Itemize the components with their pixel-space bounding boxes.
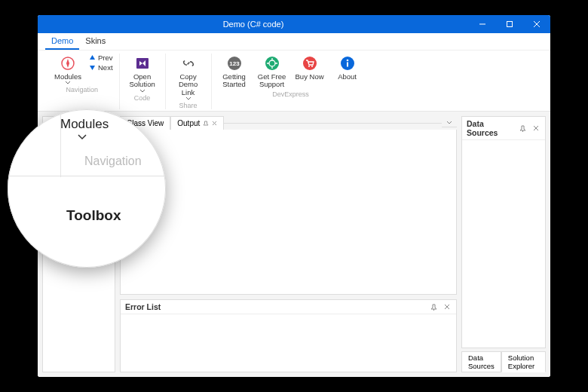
- ribbon: Modules Prev Next Navigation Open Soluti…: [38, 51, 550, 112]
- getting-started-button[interactable]: 123 Getting Started: [218, 54, 251, 89]
- ribbon-group-navigation: Modules Prev Next Navigation: [45, 54, 120, 109]
- getting-started-label: Getting Started: [218, 73, 251, 89]
- cart-icon: [302, 55, 318, 72]
- link-icon: [180, 55, 197, 72]
- svg-point-11: [311, 66, 313, 67]
- group-label-devexpress: DevExpress: [272, 90, 309, 98]
- about-label: About: [338, 73, 357, 81]
- error-list-title: Error List: [125, 302, 424, 311]
- open-solution-label: Open Solution: [126, 73, 159, 89]
- right-footer-tabs: Data Sources Solution Explorer: [461, 351, 546, 372]
- about-button[interactable]: About: [331, 54, 364, 81]
- info-icon: [339, 55, 356, 72]
- modules-label: Modules: [54, 73, 81, 81]
- document-tabs: Class View Output: [120, 116, 457, 130]
- svg-point-13: [346, 60, 348, 62]
- next-button[interactable]: Next: [89, 63, 113, 72]
- close-icon[interactable]: [531, 124, 541, 133]
- group-label-share: Share: [179, 102, 198, 109]
- ribbon-group-code: Open Solution Code: [120, 54, 166, 109]
- compass-icon: [60, 55, 76, 72]
- error-list-panel: Error List: [120, 299, 457, 372]
- ribbon-group-share: Copy Demo Link Share: [166, 54, 212, 109]
- copy-link-label: Copy Demo Link: [172, 73, 205, 96]
- copy-demo-link-button[interactable]: Copy Demo Link: [172, 54, 205, 100]
- data-sources-title: Data Sources: [467, 119, 513, 137]
- window-controls: [469, 15, 550, 33]
- magnified-navigation-label: Navigation: [84, 155, 142, 168]
- center-area: Class View Output Error List: [120, 116, 457, 372]
- svg-text:123: 123: [229, 60, 240, 67]
- pin-icon[interactable]: [429, 302, 438, 311]
- svg-point-9: [303, 57, 317, 70]
- footer-tab-solution-explorer[interactable]: Solution Explorer: [501, 351, 546, 372]
- svg-rect-1: [507, 22, 513, 27]
- close-button[interactable]: [523, 15, 550, 33]
- open-solution-button[interactable]: Open Solution: [126, 54, 159, 93]
- support-icon: [264, 55, 280, 72]
- buy-now-button[interactable]: Buy Now: [293, 54, 326, 81]
- group-label-code: Code: [134, 94, 151, 102]
- chevron-down-icon: [139, 89, 145, 93]
- chevron-down-icon: [77, 133, 87, 140]
- tab-skins[interactable]: Skins: [79, 33, 112, 50]
- triangle-down-icon: [89, 64, 96, 71]
- pin-icon[interactable]: [203, 121, 209, 127]
- close-icon[interactable]: [212, 121, 217, 126]
- prev-button[interactable]: Prev: [89, 54, 113, 62]
- get-support-label: Get Free Support: [256, 73, 289, 89]
- data-sources-panel: Data Sources: [461, 116, 546, 348]
- chevron-down-icon: [65, 81, 71, 84]
- document-area: [120, 130, 457, 295]
- ribbon-tabs: Demo Skins: [38, 33, 550, 51]
- maximize-button[interactable]: [496, 15, 523, 33]
- visual-studio-icon: [134, 55, 151, 72]
- tab-demo[interactable]: Demo: [45, 33, 79, 50]
- footer-tab-data-sources[interactable]: Data Sources: [461, 351, 501, 372]
- buy-now-label: Buy Now: [296, 73, 324, 81]
- triangle-up-icon: [89, 54, 96, 61]
- number-badge-icon: 123: [226, 55, 243, 72]
- group-label-navigation: Navigation: [66, 86, 99, 93]
- svg-rect-14: [347, 63, 348, 67]
- window-title: Demo (C# code): [38, 20, 469, 29]
- magnifier-overlay: Modules Navigation Toolbox: [8, 109, 166, 268]
- modules-button[interactable]: Modules: [51, 54, 84, 84]
- ribbon-group-devexpress: 123 Getting Started Get Free Support Buy…: [212, 54, 370, 109]
- magnified-modules-label: Modules: [60, 117, 109, 132]
- titlebar: Demo (C# code): [38, 15, 550, 33]
- close-icon[interactable]: [443, 302, 452, 311]
- tab-overflow-chevron[interactable]: [442, 118, 457, 127]
- tab-output[interactable]: Output: [170, 116, 224, 130]
- minimize-button[interactable]: [469, 15, 496, 33]
- svg-point-10: [308, 66, 310, 67]
- pin-icon[interactable]: [518, 124, 527, 133]
- right-area: Data Sources Data Sources Solution Explo…: [461, 116, 546, 372]
- get-support-button[interactable]: Get Free Support: [256, 54, 289, 89]
- magnified-toolbox-label: Toolbox: [66, 207, 121, 224]
- chevron-down-icon: [185, 96, 191, 100]
